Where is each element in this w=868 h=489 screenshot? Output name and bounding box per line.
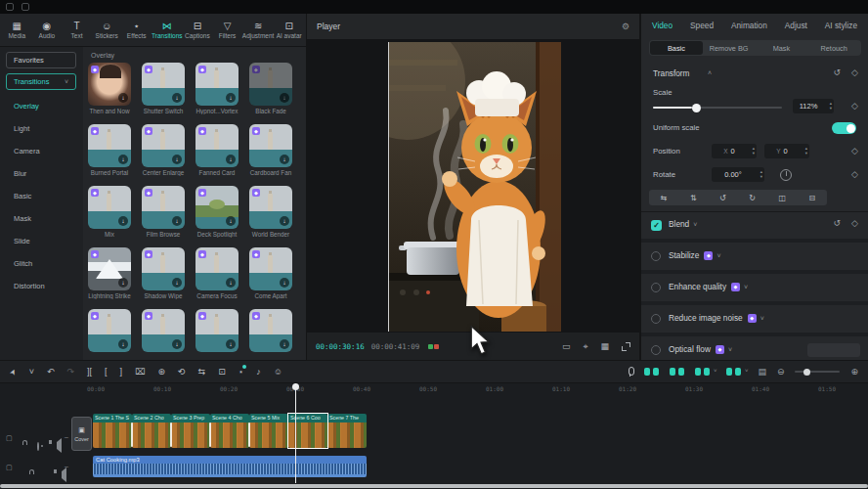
rotate-dial-icon[interactable] [780,169,792,181]
select-tool[interactable]: ➤ [8,367,19,377]
beauty-icon[interactable]: ☺ [274,367,282,377]
media-tab-transitions[interactable]: ⋈Transitions [152,21,183,39]
align-vertical-icon[interactable]: ⊟ [809,194,816,202]
sidebar-group-transitions[interactable]: Transitions ˅ [6,73,76,90]
denoise-checkbox[interactable] [651,314,661,324]
flip-vertical-icon[interactable]: ⇅ [690,194,697,202]
redo-icon[interactable]: ↷ [67,367,75,377]
transition-thumb[interactable]: ◆↓ [249,63,292,106]
flip-horizontal-icon[interactable]: ⇆ [661,194,668,202]
transition-thumb[interactable]: ◆↓ [142,124,185,167]
media-tab-ai-avatar[interactable]: ⊡AI avatar [274,21,304,39]
freeze-frame-icon[interactable]: ⊛ [157,367,165,377]
scale-slider[interactable] [653,107,782,109]
grid-overlay-icon[interactable]: ▦ [600,341,609,351]
zoom-in-icon[interactable]: ⊕ [850,367,858,377]
main-track-magnet-icon[interactable] [644,368,659,376]
rotate-left-icon[interactable]: ↺ [719,194,726,202]
undo-icon[interactable]: ↶ [47,367,55,377]
display-settings-icon[interactable]: ⚙ [622,22,629,31]
subtab-basic[interactable]: Basic [650,41,703,55]
overlay-tracks-icon[interactable]: ▤ [758,367,766,377]
transition-thumb[interactable]: ◆↓ [88,124,131,167]
keyframe-diamond-icon[interactable]: ◇ [851,67,858,77]
reset-icon[interactable]: ↺ [834,218,842,228]
track-more-icon[interactable]: – [65,463,68,469]
tab-animation[interactable]: Animation [731,21,767,30]
transition-thumb[interactable]: ◆↓ [88,63,131,106]
media-tab-media[interactable]: ▦Media [2,21,32,39]
blend-section-header[interactable]: ✓ Blend˅ ↺◇ [641,217,868,233]
align-horizontal-icon[interactable]: ◫ [778,194,786,202]
tab-speed[interactable]: Speed [690,21,714,30]
keyframe-diamond-icon[interactable]: ◇ [851,146,858,156]
sidebar-item-favorites[interactable]: Favorites [6,52,76,68]
transition-marker[interactable] [170,422,172,447]
media-tab-effects[interactable]: ⋆Effects [121,21,152,39]
position-x-field[interactable]: X 0 ▴▾ [712,144,757,158]
transition-thumb[interactable]: ◆↓ [88,247,131,290]
tab-video[interactable]: Video [652,21,673,30]
voiceover-mic-icon[interactable] [627,367,633,378]
delete-right-icon[interactable]: ] [120,367,123,377]
stabilize-checkbox[interactable] [651,251,661,261]
timeline[interactable]: 00:0000:1000:2000:3000:4000:5001:0001:10… [0,383,868,489]
transition-thumb[interactable]: ◆↓ [249,124,292,167]
media-tab-audio[interactable]: ◉Audio [32,21,63,39]
denoise-section-header[interactable]: Reduce image noise◆˅ [641,311,868,327]
transition-thumb[interactable]: ◆↓ [249,309,292,352]
transition-marker[interactable] [248,422,250,447]
stepper-icon[interactable]: ▴▾ [753,146,755,156]
media-tab-adjustment[interactable]: ≋Adjustment [242,21,275,39]
sidebar-item-basic[interactable]: Basic [14,192,31,200]
rotate-field[interactable]: 0.00° ▴▾ [712,167,764,182]
window-menu-icon[interactable] [6,3,14,11]
transition-thumb[interactable]: ◆↓ [195,309,239,352]
delete-icon[interactable]: ⌧ [135,367,145,377]
aspect-ratio-icon[interactable]: ▭ [562,341,571,351]
transition-thumb[interactable]: ◆↓ [88,309,131,352]
stepper-icon[interactable]: ▴▾ [760,169,762,180]
media-tab-text[interactable]: TText [62,21,92,39]
sidebar-item-blur[interactable]: Blur [14,169,26,178]
optical-flow-checkbox[interactable] [651,345,661,355]
keyframe-diamond-icon[interactable]: ◇ [851,218,858,228]
mirror-icon[interactable]: ⇆ [198,367,206,377]
tab-ai-stylize[interactable]: AI stylize [825,21,857,30]
timeline-clip[interactable]: Scene 4 Cho [210,414,249,448]
track-frame-icon[interactable]: ▢ [6,434,13,442]
crop-icon[interactable]: ⊡ [218,367,226,377]
preview-axis-icon[interactable]: ˅ [726,368,741,376]
uniform-scale-toggle[interactable] [832,122,856,134]
scale-value-field[interactable]: 112% ▴▾ [793,99,834,113]
horizontal-scrollbar[interactable] [0,484,868,488]
zoom-out-icon[interactable]: ⊖ [777,367,785,377]
media-tab-filters[interactable]: ▽Filters [212,21,242,39]
mute-track-icon[interactable] [57,438,62,453]
enhance-checkbox[interactable] [651,283,661,292]
video-preview[interactable] [388,42,560,332]
focus-track-icon[interactable]: ⌖ [583,341,587,352]
transition-marker[interactable] [209,422,211,447]
slider-knob[interactable] [692,104,701,112]
position-y-field[interactable]: Y 0 ▴▾ [764,144,809,158]
playhead[interactable] [295,383,296,483]
blend-checkbox[interactable]: ✓ [651,220,662,231]
timeline-clip[interactable]: Scene 1 The S [93,414,132,448]
transition-thumb[interactable]: ◆↓ [195,247,239,290]
mute-track-icon[interactable] [62,467,66,482]
timeline-clip[interactable]: Scene 5 Mix [249,414,288,448]
tab-adjust[interactable]: Adjust [785,21,807,30]
timeline-clip[interactable]: Scene 6 Coo [288,414,327,448]
stepper-icon[interactable]: ▴▾ [830,101,832,111]
keyframe-diamond-icon[interactable]: ◇ [851,169,858,179]
timeline-clip[interactable]: Scene 3 Prep [171,414,210,448]
stabilize-section-header[interactable]: Stabilize◆˅ [641,248,868,264]
transition-thumb[interactable]: ◆↓ [195,186,239,229]
stepper-icon[interactable]: ▴▾ [805,146,807,156]
hide-track-icon[interactable] [37,442,39,451]
smart-tool-icon[interactable]: ⋆ [239,367,244,377]
track-more-icon[interactable]: – [65,433,68,440]
sidebar-item-overlay[interactable]: Overlay [14,102,39,111]
fullscreen-icon[interactable] [622,342,630,351]
